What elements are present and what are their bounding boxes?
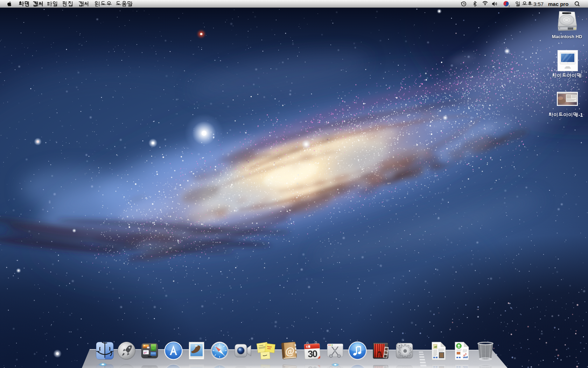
svg-text:2: 2: [509, 5, 510, 7]
svg-text:3:57: 3:57: [533, 1, 544, 7]
svg-text:6: 6: [306, 345, 308, 349]
svg-text:30: 30: [308, 348, 318, 359]
svg-text:@: @: [285, 345, 295, 357]
svg-text:-1: -1: [579, 112, 583, 118]
svg-text:mac pro: mac pro: [548, 1, 568, 7]
